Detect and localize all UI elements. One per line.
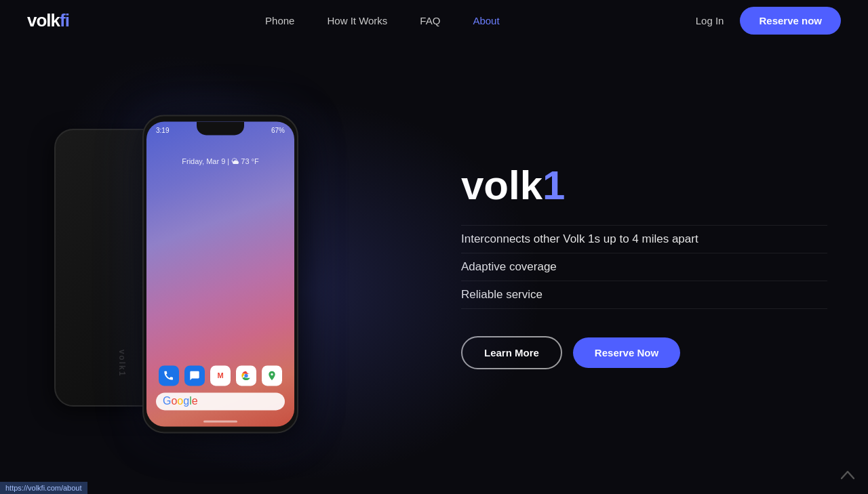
app-phone-icon bbox=[159, 365, 179, 386]
product-name-volk: volk bbox=[461, 163, 542, 208]
status-battery: 67% bbox=[271, 127, 285, 134]
feature-item-1: Interconnects other Volk 1s up to 4 mile… bbox=[461, 225, 827, 253]
navbar: volkfi Phone How It Works FAQ About Log … bbox=[0, 0, 868, 41]
feature-item-2: Adaptive coverage bbox=[461, 253, 827, 281]
phone-area: volk1 3:19 67% Friday, Mar 9 | 🌥 73 °F bbox=[0, 41, 434, 494]
logo-volk: volk bbox=[27, 10, 60, 30]
scroll-up-indicator[interactable] bbox=[841, 469, 854, 483]
reserve-now-button-nav[interactable]: Reserve now bbox=[740, 7, 841, 35]
home-indicator bbox=[203, 420, 237, 422]
app-dock: M bbox=[159, 365, 282, 386]
login-link[interactable]: Log In bbox=[696, 15, 724, 26]
app-messages-icon bbox=[184, 365, 205, 386]
cta-buttons: Learn More Reserve Now bbox=[461, 336, 827, 369]
nav-phone[interactable]: Phone bbox=[265, 15, 294, 26]
power-button bbox=[297, 184, 298, 211]
svg-point-0 bbox=[244, 373, 248, 377]
google-search-bar[interactable]: Google bbox=[156, 392, 285, 410]
g-logo: Google bbox=[163, 395, 198, 407]
notch bbox=[197, 121, 244, 135]
nav-how-it-works[interactable]: How It Works bbox=[327, 15, 387, 26]
app-chrome-icon bbox=[236, 365, 256, 386]
learn-more-button[interactable]: Learn More bbox=[461, 336, 562, 369]
silent-button bbox=[142, 224, 144, 248]
app-gmail-icon: M bbox=[210, 365, 231, 386]
screen-date: Friday, Mar 9 | 🌥 73 °F bbox=[146, 157, 294, 165]
volume-down-button bbox=[142, 194, 144, 218]
hero-content: volk1 Interconnects other Volk 1s up to … bbox=[434, 165, 868, 369]
product-name-number: 1 bbox=[542, 163, 565, 208]
logo-fi: fi bbox=[60, 10, 69, 30]
app-maps-icon bbox=[262, 365, 282, 386]
product-name: volk1 bbox=[461, 165, 827, 206]
back-phone-label: volk1 bbox=[117, 349, 127, 377]
status-time: 3:19 bbox=[156, 127, 169, 134]
nav-links: Phone How It Works FAQ About bbox=[265, 15, 500, 26]
logo[interactable]: volkfi bbox=[27, 10, 69, 31]
nav-right: Log In Reserve now bbox=[696, 7, 841, 35]
reserve-now-button-hero[interactable]: Reserve Now bbox=[573, 337, 680, 368]
hero: volk1 3:19 67% Friday, Mar 9 | 🌥 73 °F bbox=[0, 41, 868, 494]
volume-up-button bbox=[142, 170, 144, 187]
feature-item-3: Reliable service bbox=[461, 281, 827, 309]
browser-status-bar: https://volkfi.com/about bbox=[0, 482, 87, 494]
nav-about[interactable]: About bbox=[473, 15, 499, 26]
phone-screen: 3:19 67% Friday, Mar 9 | 🌥 73 °F bbox=[146, 121, 294, 426]
nav-faq[interactable]: FAQ bbox=[420, 15, 440, 26]
phone-front: 3:19 67% Friday, Mar 9 | 🌥 73 °F bbox=[142, 115, 298, 433]
feature-list: Interconnects other Volk 1s up to 4 mile… bbox=[461, 225, 827, 309]
